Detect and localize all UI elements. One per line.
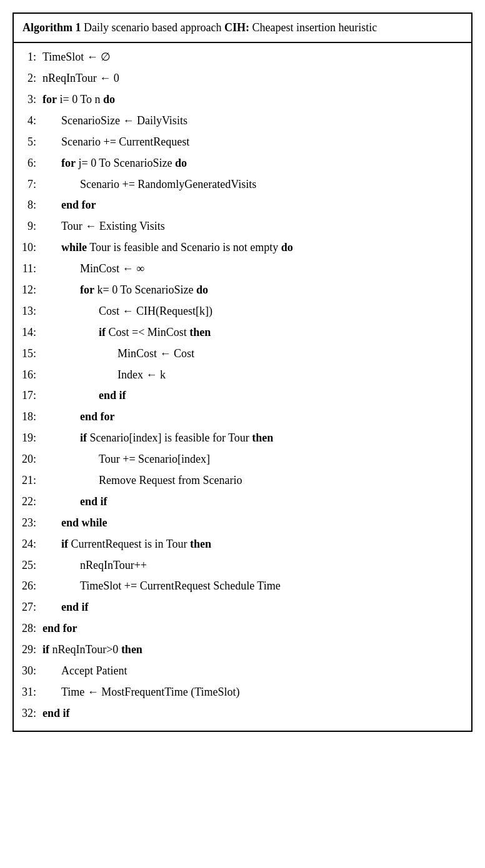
line-content: end while xyxy=(42,515,471,532)
algorithm-line: 16:Index ← k xyxy=(14,365,471,386)
line-content: MinCost ← ∞ xyxy=(42,260,471,278)
algorithm-title-main: Daily scenario based approach xyxy=(81,21,224,34)
line-content: for k= 0 To ScenarioSize do xyxy=(42,282,471,299)
line-number: 21: xyxy=(14,472,42,490)
line-number: 10: xyxy=(14,239,42,257)
algorithm-line: 8:end for xyxy=(14,195,471,216)
algorithm-box: Algorithm 1 Daily scenario based approac… xyxy=(12,12,472,732)
line-number: 1: xyxy=(14,49,42,66)
line-number: 11: xyxy=(14,260,42,278)
line-content: Scenario += RandomlyGeneratedVisits xyxy=(42,176,471,194)
algorithm-line: 28:end for xyxy=(14,618,471,639)
algorithm-line: 2:nReqInTour ← 0 xyxy=(14,68,471,89)
line-content: end for xyxy=(42,408,471,426)
line-number: 20: xyxy=(14,451,42,468)
algorithm-line: 10:while Tour is feasible and Scenario i… xyxy=(14,237,471,259)
algorithm-line: 15:MinCost ← Cost xyxy=(14,343,471,365)
algorithm-header: Algorithm 1 Daily scenario based approac… xyxy=(14,14,471,43)
line-content: nReqInTour ← 0 xyxy=(42,70,471,87)
line-number: 17: xyxy=(14,387,42,405)
line-content: end if xyxy=(42,705,471,723)
line-content: TimeSlot += CurrentRequest Schedule Time xyxy=(42,578,471,595)
algorithm-line: 24:if CurrentRequest is in Tour then xyxy=(14,534,471,555)
line-content: Cost ← CIH(Request[k]) xyxy=(42,303,471,320)
line-number: 15: xyxy=(14,345,42,363)
line-content: nReqInTour++ xyxy=(42,557,471,575)
algorithm-line: 4:ScenarioSize ← DailyVisits xyxy=(14,111,471,132)
line-number: 9: xyxy=(14,218,42,235)
line-number: 7: xyxy=(14,176,42,194)
algorithm-line: 23:end while xyxy=(14,513,471,534)
line-content: if nReqInTour>0 then xyxy=(42,641,471,659)
line-content: Tour ← Existing Visits xyxy=(42,218,471,235)
algorithm-line: 22:end if xyxy=(14,491,471,513)
line-number: 23: xyxy=(14,515,42,532)
line-number: 30: xyxy=(14,663,42,680)
algorithm-line: 17:end if xyxy=(14,385,471,407)
line-number: 16: xyxy=(14,367,42,384)
line-number: 13: xyxy=(14,303,42,320)
line-content: Accept Patient xyxy=(42,663,471,680)
line-number: 19: xyxy=(14,430,42,447)
line-content: Index ← k xyxy=(42,367,471,384)
algorithm-line: 20:Tour += Scenario[index] xyxy=(14,449,471,470)
line-number: 24: xyxy=(14,536,42,553)
algorithm-line: 1:TimeSlot ← ∅ xyxy=(14,47,471,68)
algorithm-line: 32:end if xyxy=(14,703,471,724)
line-number: 32: xyxy=(14,705,42,723)
line-number: 25: xyxy=(14,557,42,575)
algorithm-number: Algorithm 1 xyxy=(22,21,81,34)
line-content: TimeSlot ← ∅ xyxy=(42,49,471,66)
algorithm-line: 30:Accept Patient xyxy=(14,661,471,682)
line-number: 14: xyxy=(14,324,42,342)
line-content: end if xyxy=(42,387,471,405)
line-number: 5: xyxy=(14,134,42,151)
algorithm-title-suffix: Cheapest insertion heuristic xyxy=(249,21,377,34)
line-content: end for xyxy=(42,197,471,214)
line-number: 28: xyxy=(14,620,42,638)
line-number: 3: xyxy=(14,91,42,109)
line-content: end if xyxy=(42,493,471,511)
algorithm-line: 9:Tour ← Existing Visits xyxy=(14,216,471,237)
line-number: 31: xyxy=(14,684,42,701)
algorithm-line: 5:Scenario += CurrentRequest xyxy=(14,132,471,153)
line-content: Scenario += CurrentRequest xyxy=(42,134,471,151)
algorithm-line: 18:end for xyxy=(14,407,471,428)
line-number: 8: xyxy=(14,197,42,214)
line-number: 2: xyxy=(14,70,42,87)
line-content: while Tour is feasible and Scenario is n… xyxy=(42,239,471,257)
line-content: end if xyxy=(42,599,471,616)
algorithm-line: 6:for j= 0 To ScenarioSize do xyxy=(14,153,471,174)
line-number: 12: xyxy=(14,282,42,299)
line-number: 27: xyxy=(14,599,42,616)
line-content: MinCost ← Cost xyxy=(42,345,471,363)
algorithm-line: 21:Remove Request from Scenario xyxy=(14,470,471,491)
line-number: 18: xyxy=(14,408,42,426)
algorithm-line: 13:Cost ← CIH(Request[k]) xyxy=(14,301,471,322)
algorithm-line: 19:if Scenario[index] is feasible for To… xyxy=(14,428,471,449)
algorithm-body: 1:TimeSlot ← ∅2:nReqInTour ← 03:for i= 0… xyxy=(14,43,471,731)
algorithm-line: 27:end if xyxy=(14,597,471,618)
algorithm-line: 29:if nReqInTour>0 then xyxy=(14,639,471,661)
algorithm-line: 26:TimeSlot += CurrentRequest Schedule T… xyxy=(14,576,471,597)
line-content: Tour += Scenario[index] xyxy=(42,451,471,468)
line-content: for i= 0 To n do xyxy=(42,91,471,109)
algorithm-line: 3:for i= 0 To n do xyxy=(14,89,471,111)
line-content: if CurrentRequest is in Tour then xyxy=(42,536,471,553)
algorithm-line: 12:for k= 0 To ScenarioSize do xyxy=(14,280,471,301)
line-number: 6: xyxy=(14,155,42,172)
algorithm-line: 11:MinCost ← ∞ xyxy=(14,259,471,280)
line-content: if Cost =< MinCost then xyxy=(42,324,471,342)
algorithm-cih-label: CIH: xyxy=(224,21,249,34)
line-content: for j= 0 To ScenarioSize do xyxy=(42,155,471,172)
algorithm-line: 14:if Cost =< MinCost then xyxy=(14,322,471,343)
line-number: 26: xyxy=(14,578,42,595)
line-number: 4: xyxy=(14,112,42,130)
algorithm-line: 7:Scenario += RandomlyGeneratedVisits xyxy=(14,174,471,195)
algorithm-line: 31:Time ← MostFrequentTime (TimeSlot) xyxy=(14,682,471,703)
algorithm-line: 25:nReqInTour++ xyxy=(14,555,471,576)
line-number: 29: xyxy=(14,641,42,659)
line-content: Remove Request from Scenario xyxy=(42,472,471,490)
line-content: end for xyxy=(42,620,471,638)
line-number: 22: xyxy=(14,493,42,511)
